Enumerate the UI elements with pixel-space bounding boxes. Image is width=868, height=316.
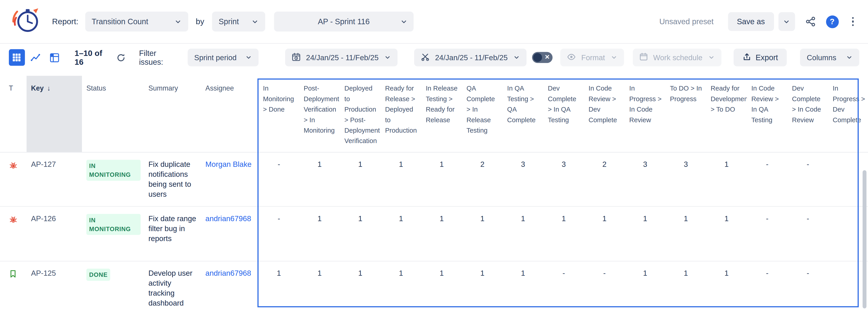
issue-key[interactable]: AP-126 (27, 207, 82, 261)
highlight-toggle[interactable]: ✕ (532, 52, 552, 63)
sprint-range-value: 24/Jan/25 - 11/Feb/25 (435, 54, 508, 62)
export-button[interactable]: Export (734, 49, 787, 66)
sprint-range-dropdown[interactable]: 24/Jan/25 - 11/Feb/25 (414, 49, 527, 66)
transition-count-cell: 2 (462, 152, 503, 206)
transition-count-cell: 1 (706, 152, 747, 206)
transition-column-header[interactable]: In Release Testing > Ready for Release (421, 76, 462, 152)
transition-column-header[interactable]: Deployed to Production > Post-Deployment… (340, 76, 380, 152)
transition-column-header[interactable]: To DO > In Progress (665, 76, 706, 152)
transition-count-cell: 1 (421, 261, 462, 316)
transition-column-header[interactable]: Post-Deployment Verification > In Monito… (299, 76, 340, 152)
transition-column-header[interactable]: Ready for Development > To DO (706, 76, 747, 152)
transition-column-header[interactable]: In Code Review > In QA Testing (747, 76, 787, 152)
transition-column-header[interactable]: In QA Testing > QA Complete (503, 76, 543, 152)
transition-table: T Key ↓ Status Summary Assignee In Monit… (0, 76, 868, 316)
transition-column-header[interactable]: In Progress > Dev Complete (828, 76, 868, 152)
transition-count-cell: - (747, 261, 787, 316)
transition-count-cell: 3 (544, 152, 584, 206)
transition-column-header[interactable]: Dev Complete > In Code Review (787, 76, 828, 152)
column-header-assignee[interactable]: Assignee (201, 76, 258, 152)
column-header-summary[interactable]: Summary (144, 76, 201, 152)
chart-view-button[interactable] (28, 49, 44, 66)
vertical-scrollbar[interactable] (863, 170, 866, 308)
table-row: AP-127IN MONITORINGFix duplicate notific… (0, 152, 868, 207)
preset-status: Unsaved preset (659, 17, 714, 26)
table-row: AP-125DONEDevelop user activity tracking… (0, 261, 868, 316)
issue-key[interactable]: AP-127 (27, 152, 82, 206)
save-as-button[interactable]: Save as (728, 12, 774, 31)
filter-period-value: Sprint period (194, 54, 237, 62)
transition-count-cell: 1 (462, 207, 503, 261)
grid-view-button[interactable] (9, 49, 25, 66)
columns-dropdown[interactable]: Columns (800, 49, 859, 66)
toolbar: 1–10 of 16 Filter issues: Sprint period … (0, 44, 868, 71)
transition-count-cell: 1 (625, 207, 665, 261)
sprint-dropdown[interactable]: AP - Sprint 116 (274, 11, 413, 31)
transition-count-cell: 1 (584, 207, 625, 261)
calendar-icon (639, 52, 648, 63)
work-schedule-dropdown: Work schedule (632, 49, 721, 66)
share-icon[interactable] (805, 16, 816, 27)
bug-icon (4, 207, 27, 261)
transition-count-cell: 1 (544, 207, 584, 261)
filter-period-dropdown[interactable]: Sprint period (188, 49, 258, 66)
transition-count-cell: 1 (299, 261, 340, 316)
refresh-icon[interactable] (116, 53, 126, 62)
assignee-cell: andrian67968 (201, 207, 258, 261)
status-badge: IN MONITORING (86, 160, 141, 181)
transition-count-cell: 1 (665, 261, 706, 316)
column-header-status[interactable]: Status (82, 76, 144, 152)
chevron-down-icon (400, 18, 407, 25)
pivot-view-button[interactable] (46, 49, 62, 66)
transition-column-header[interactable]: In Progress > In Code Review (625, 76, 665, 152)
transition-count-cell (828, 207, 868, 261)
status-cell: DONE (82, 261, 144, 316)
transition-count-cell: 3 (665, 152, 706, 206)
transition-count-cell: - (787, 261, 828, 316)
transition-column-header[interactable]: In Code Review > Dev Complete (584, 76, 625, 152)
assignee-link[interactable]: andrian67968 (206, 269, 251, 278)
help-icon[interactable]: ? (826, 15, 839, 28)
app-logo[interactable] (9, 4, 43, 39)
transition-count-cell: - (544, 261, 584, 316)
transition-column-header[interactable]: QA Complete > In Release Testing (462, 76, 503, 152)
transition-count-cell: 1 (340, 207, 380, 261)
status-badge: DONE (86, 269, 111, 281)
by-label: by (196, 17, 204, 26)
chevron-down-icon (611, 54, 617, 61)
transition-count-cell: 1 (706, 207, 747, 261)
eye-icon (567, 52, 576, 63)
assignee-link[interactable]: Morgan Blake (206, 160, 251, 169)
transition-count-cell: - (787, 152, 828, 206)
app-window: Report: Transition Count by Sprint AP - … (0, 0, 868, 316)
transition-count-cell: 1 (503, 261, 543, 316)
transition-count-cell: - (747, 207, 787, 261)
overflow-menu-icon[interactable] (849, 15, 856, 28)
sort-desc-icon: ↓ (47, 83, 50, 94)
transition-count-cell: 1 (381, 261, 421, 316)
transition-count-cell: 1 (421, 207, 462, 261)
format-dropdown: Format (560, 49, 624, 66)
sprint-value: AP - Sprint 116 (318, 17, 370, 26)
column-header-key[interactable]: Key ↓ (27, 76, 82, 152)
chevron-down-icon (384, 54, 391, 61)
transition-column-header[interactable]: Dev Complete > In QA Testing (544, 76, 584, 152)
save-as-menu-button[interactable] (778, 12, 795, 31)
chevron-down-icon (708, 54, 714, 61)
transition-column-header[interactable]: Ready for Release > Deployed to Producti… (381, 76, 421, 152)
transition-count-cell: 3 (503, 152, 543, 206)
assignee-link[interactable]: andrian67968 (206, 214, 251, 223)
chevron-down-icon (513, 54, 520, 61)
column-header-type[interactable]: T (4, 76, 27, 152)
work-schedule-label: Work schedule (653, 54, 702, 62)
issue-key[interactable]: AP-125 (27, 261, 82, 316)
key-header-label: Key (31, 83, 44, 94)
transition-column-header[interactable]: In Monitoring > Done (258, 76, 299, 152)
group-by-value: Sprint (219, 17, 239, 26)
group-by-dropdown[interactable]: Sprint (212, 11, 265, 31)
assignee-cell: andrian67968 (201, 261, 258, 316)
transition-count-cell: 1 (706, 261, 747, 316)
report-type-dropdown[interactable]: Transition Count (85, 11, 188, 31)
date-range-dropdown[interactable]: 24/Jan/25 - 11/Feb/25 (285, 49, 398, 66)
transition-count-cell: 1 (462, 261, 503, 316)
